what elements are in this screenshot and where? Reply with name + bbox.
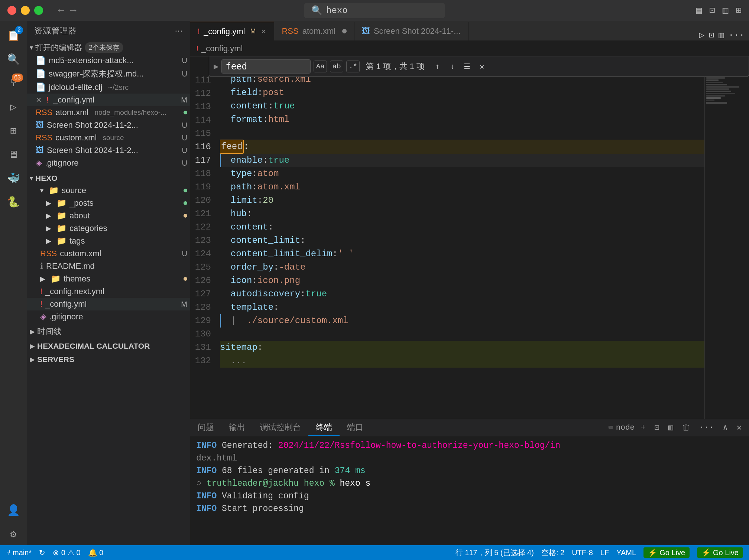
status-encoding[interactable]: UTF-8 <box>572 548 593 557</box>
activity-item-remote[interactable]: 🖥 <box>2 143 25 166</box>
status-language[interactable]: YAML <box>616 548 636 557</box>
status-branch[interactable]: ⑂ main* <box>6 548 32 557</box>
maximize-button[interactable] <box>34 6 43 15</box>
layout-icon[interactable]: ▥ <box>719 30 724 40</box>
panel-close-button[interactable]: ✕ <box>734 421 745 434</box>
terminal-trash-icon[interactable]: 🗑 <box>679 421 693 434</box>
sidebar-item-categories[interactable]: ▶ 📁 categories <box>27 222 190 235</box>
run-icon[interactable]: ▷ <box>699 30 704 40</box>
activity-item-python[interactable]: 🐍 <box>2 191 25 213</box>
add-terminal-button[interactable]: + <box>638 421 648 434</box>
search-icon: 🔍 <box>7 53 20 66</box>
status-spaces[interactable]: 空格: 2 <box>541 548 564 558</box>
sidebar-item-gitignore[interactable]: ◈ .gitignore <box>27 310 190 323</box>
search-menu-button[interactable]: ☰ <box>460 61 474 72</box>
close-button[interactable] <box>7 6 16 15</box>
status-notifications[interactable]: 🔔 0 <box>88 548 104 557</box>
hexo-section-header[interactable]: ▾ HEXO <box>27 172 190 184</box>
list-item[interactable]: 🖼 Screen Shot 2024-11-2... U <box>27 144 190 157</box>
tab-screenshot[interactable]: 🖼 Screen Shot 2024-11-... <box>354 22 468 40</box>
split-icon[interactable]: ⊡ <box>709 30 714 40</box>
file-path: source <box>103 134 124 142</box>
sidebar-item-themes[interactable]: ▶ 📁 themes <box>27 273 190 285</box>
hex-calc-header[interactable]: ▶ HEXADECIMAL CALCULATOR <box>27 340 190 352</box>
back-arrow[interactable]: ← <box>58 5 64 16</box>
match-case-button[interactable]: Aa <box>314 61 327 72</box>
image-icon: 🖼 <box>36 146 44 155</box>
layout-icon[interactable]: ⊡ <box>709 4 715 16</box>
code-line-122: content: <box>220 221 704 234</box>
sidebar-item-config-yml[interactable]: ! _config.yml M <box>27 298 190 310</box>
list-item[interactable]: ◈ .gitignore U <box>27 157 190 169</box>
sidebar-item-posts[interactable]: ▶ 📁 _posts <box>27 197 190 209</box>
search-next-button[interactable]: ↓ <box>445 61 459 72</box>
sidebar-item-about[interactable]: ▶ 📁 about <box>27 209 190 222</box>
list-item[interactable]: 📄 md5-extension-attack... U <box>27 54 190 67</box>
regex-button[interactable]: .* <box>346 61 360 72</box>
status-line-ending[interactable]: LF <box>600 548 609 557</box>
split-icon[interactable]: ▥ <box>723 4 729 16</box>
find-input[interactable] <box>221 59 311 74</box>
servers-header[interactable]: ▶ SERVERS <box>27 354 190 365</box>
search-close-button[interactable]: ✕ <box>475 61 489 72</box>
activity-item-docker[interactable]: 🐳 <box>2 167 25 189</box>
tab-config-yml[interactable]: ! _config.yml M ✕ <box>190 22 274 40</box>
terminal-content[interactable]: INFO Generated: 2024/11/22/Rssfollow-how… <box>190 436 749 545</box>
sidebar-item-tags[interactable]: ▶ 📁 tags <box>27 235 190 247</box>
status-sync[interactable]: ↻ <box>39 548 45 557</box>
minimize-button[interactable] <box>21 6 30 15</box>
code-editor[interactable]: ▶ Aa ab .* 第 1 项，共 1 项 ↑ ↓ ☰ ✕ <box>190 56 749 419</box>
search-prev-button[interactable]: ↑ <box>431 61 444 72</box>
global-search-bar[interactable]: 🔍 hexo <box>304 3 445 18</box>
tab-debug-console[interactable]: 调试控制台 <box>253 420 308 436</box>
minimap-line <box>706 88 729 90</box>
branch-icon: ⑂ <box>6 548 10 557</box>
forward-arrow[interactable]: → <box>70 5 77 16</box>
list-item[interactable]: RSS custom.xml source U <box>27 131 190 144</box>
status-cursor[interactable]: 行 117，列 5 (已选择 4) <box>455 548 534 558</box>
list-item[interactable]: 📄 swagger-探索未授权.md... U <box>27 67 190 81</box>
grid-icon[interactable]: ⊞ <box>736 4 742 16</box>
tab-close-icon[interactable]: ✕ <box>261 27 266 36</box>
panel-layout-button[interactable]: ▥ <box>665 421 676 434</box>
match-word-button[interactable]: ab <box>330 61 343 72</box>
timeline-header[interactable]: ▶ 时间线 <box>27 325 190 339</box>
breadcrumb-filename: _config.yml <box>201 44 243 53</box>
go-live-2-label: Go Live <box>713 548 739 557</box>
close-icon[interactable]: ✕ <box>36 95 42 104</box>
activity-item-account[interactable]: 👤 <box>2 499 25 521</box>
status-errors[interactable]: ⊗ 0 ⚠ 0 <box>53 548 80 557</box>
sidebar-item-readme[interactable]: ℹ README.md <box>27 260 190 273</box>
list-item[interactable]: 📄 jdcloud-elite.clj ~/2src <box>27 81 190 94</box>
tab-problems[interactable]: 问题 <box>190 420 221 436</box>
tab-ports[interactable]: 端口 <box>340 420 371 436</box>
more-icon[interactable]: ··· <box>729 30 745 40</box>
find-expand-icon[interactable]: ▶ <box>214 62 218 72</box>
activity-item-settings[interactable]: ⚙ <box>2 523 25 545</box>
tab-terminal[interactable]: 终端 <box>308 420 340 436</box>
sidebar-item-custom-xml[interactable]: RSS custom.xml U <box>27 247 190 260</box>
activity-item-explorer[interactable]: 📋 2 <box>2 25 25 47</box>
more-actions-button[interactable]: ··· <box>696 421 717 434</box>
sidebar-more-icon[interactable]: ··· <box>175 26 183 36</box>
sidebar-toggle-icon[interactable]: ▤ <box>696 4 702 16</box>
code-line-124: content_limit_delim: ' ' <box>220 247 704 261</box>
filename: swagger-探索未授权.md... <box>49 68 144 79</box>
list-item[interactable]: RSS atom.xml node_modules/hexo-... <box>27 106 190 119</box>
activity-item-source-control[interactable]: ⑂ 63 <box>2 72 25 94</box>
list-item[interactable]: 🖼 Screen Shot 2024-11-2... U <box>27 119 190 131</box>
activity-item-extensions[interactable]: ⊞ <box>2 120 25 142</box>
activity-item-run[interactable]: ▷ <box>2 96 25 118</box>
list-item[interactable]: ✕ ! _config.yml M <box>27 94 190 106</box>
sidebar-item-config-next[interactable]: ! _config.next.yml <box>27 285 190 298</box>
sidebar-item-source[interactable]: ▾ 📁 source <box>27 184 190 197</box>
status-go-live[interactable]: ⚡ Go Live <box>643 547 690 558</box>
split-terminal-button[interactable]: ⊡ <box>651 421 662 434</box>
open-editors-header[interactable]: ▾ 打开的编辑器 2个未保存 <box>27 41 190 54</box>
tab-output[interactable]: 输出 <box>221 420 253 436</box>
status-go-live-2[interactable]: ⚡ Go Live <box>697 547 743 558</box>
panel-collapse-button[interactable]: ∧ <box>720 421 731 434</box>
status-right-items: 行 117，列 5 (已选择 4) 空格: 2 UTF-8 LF YAML ⚡ … <box>455 547 743 558</box>
tab-atom-xml[interactable]: RSS atom.xml <box>274 22 354 40</box>
activity-item-search[interactable]: 🔍 <box>2 48 25 71</box>
